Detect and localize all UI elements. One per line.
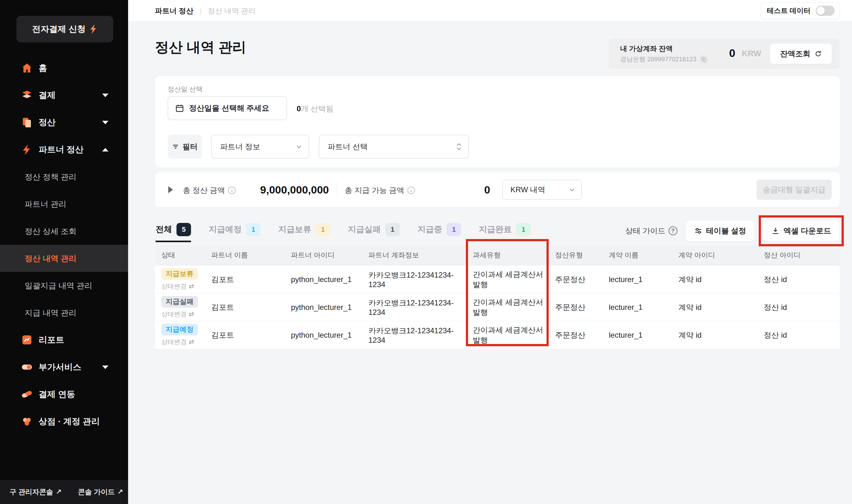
sidebar-subitem-detail-search[interactable]: 정산 상세 조회 [0,218,128,245]
contract-name-cell: lecturer_1 [602,303,672,312]
legacy-console-link[interactable]: 구 관리자콘솔 ↗ [10,487,62,497]
status-badge: 지급예정 [161,324,198,335]
summary-card: 총 정산 금액 i 9,000,000,000 총 지급 가능 금액 i 0 K… [155,172,840,207]
tab-scheduled[interactable]: 지급예정 1 [209,218,261,242]
tab-failed[interactable]: 지급실패 1 [348,218,400,242]
balance-check-button[interactable]: 잔액조회 [770,43,832,64]
toggle-knob [817,7,825,15]
table-row[interactable]: 지급실패 상태변경 ⇄ 김포트 python_lecturer_1 카카오뱅크1… [155,293,840,321]
info-icon[interactable]: i [407,186,415,194]
tab-in-progress[interactable]: 지급중 1 [418,218,461,242]
total-settlement-value: 9,000,000,000 [234,184,329,196]
tab-completed[interactable]: 지급완료 1 [479,218,531,242]
table-row[interactable]: 지급예정 상태변경 ⇄ 김포트 python_lecturer_1 카카오뱅크1… [155,321,840,349]
balance-label: 내 가상계좌 잔액 [620,44,673,53]
partner-info-select[interactable]: 파트너 정보 [211,135,309,159]
cards-icon [21,116,33,128]
contract-name-cell: lecturer_1 [602,331,672,340]
bank-account-number: 경남은행 28999770218123 [620,55,696,64]
column-header: 정산 아이디 [758,250,833,260]
chevron-updown-icon [456,143,462,151]
sidebar-footer: 구 관리자콘솔 ↗ 콘솔 가이드 ↗ [0,480,128,504]
layers-icon [21,89,33,101]
status-change-button[interactable]: 상태변경 ⇄ [161,338,194,346]
sidebar-item-settlement[interactable]: 정산 [0,109,128,136]
balance-currency: KRW [742,49,761,58]
status-change-button[interactable]: 상태변경 ⇄ [161,310,194,319]
sidebar-subitem-partner-mgmt[interactable]: 파트너 관리 [0,190,128,218]
sliders-icon [694,227,703,235]
partner-account-cell: 카카오뱅크12-12341234-1234 [362,298,466,317]
sidebar-item-payment-integration[interactable]: 결제 연동 [0,381,128,408]
breadcrumb-page: 정산 내역 관리 [208,6,255,16]
sidebar-item-label: 정산 [39,117,56,128]
swap-icon: ⇄ [189,338,194,346]
test-data-label: 테스트 데이터 [767,6,811,16]
table-row[interactable]: 지급보류 상태변경 ⇄ 김포트 python_lecturer_1 카카오뱅크1… [155,265,840,293]
tab-count-badge: 1 [516,223,531,236]
external-link-icon: ↗ [117,488,123,496]
settlement-type-cell: 주문정산 [549,274,602,285]
breadcrumb: 파트너 정산 | 정산 내역 관리 [155,0,255,21]
sidebar-subitem-policy[interactable]: 정산 정책 관리 [0,163,128,190]
bulk-transfer-button[interactable]: 송금대행 일괄지급 [757,180,832,200]
tabs-row: 전체 5 지급예정 1 지급보류 1 지급실패 1 지급중 1 지급완료 1 상… [155,218,840,244]
sidebar-item-store-account[interactable]: 상점 · 계정 관리 [0,408,128,435]
settlement-id-cell: 정산 id [758,330,833,340]
tab-count-badge: 1 [447,223,461,236]
partner-select[interactable]: 파트너 선택 [319,135,469,159]
expand-caret-icon[interactable] [168,186,173,193]
status-change-button[interactable]: 상태변경 ⇄ [161,282,194,291]
chevron-down-icon [102,365,108,369]
partner-id-cell: python_lecturer_1 [285,275,362,284]
sidebar-item-label: 상점 · 계정 관리 [39,416,100,427]
chevron-down-icon [296,143,302,150]
external-link-icon: ↗ [56,488,61,496]
filter-button[interactable]: 필터 [167,135,202,159]
partner-name-cell: 김포트 [205,274,285,285]
sidebar-item-addons[interactable]: 부가서비스 [0,354,128,381]
console-guide-link[interactable]: 콘솔 가이드 ↗ [78,487,123,497]
sidebar-nav: 홈 결제 정산 파트너 정산 정산 정책 관리 파트너 관리 정산 상세 조회 … [0,54,128,435]
tax-type-cell: 간이과세 세금계산서 발행 [466,325,549,345]
total-settlement-label: 총 정산 금액 i [183,185,236,195]
table-settings-button[interactable]: 테이블 설정 [686,220,755,241]
test-data-toggle[interactable] [816,6,835,16]
sidebar-item-partner-settlement[interactable]: 파트너 정산 [0,136,128,163]
breadcrumb-section[interactable]: 파트너 정산 [155,6,193,16]
partner-name-cell: 김포트 [205,302,285,312]
tab-count-badge: 5 [176,223,191,236]
sidebar-item-report[interactable]: 리포트 [0,326,128,354]
sidebar-subitem-payout-history[interactable]: 지급 내역 관리 [0,299,128,326]
sidebar-item-payments[interactable]: 결제 [0,82,128,109]
contract-name-cell: lecturer_1 [602,275,672,284]
filter-icon [172,143,179,150]
tab-count-badge: 1 [316,223,330,236]
virtual-account-balance-card: 내 가상계좌 잔액 경남은행 28999770218123 0 KRW 잔액조회 [609,39,840,69]
contract-id-cell: 계약 id [672,274,758,285]
tab-all[interactable]: 전체 5 [156,218,191,242]
partner-id-cell: python_lecturer_1 [285,331,362,340]
epay-apply-button[interactable]: 전자결제 신청 [16,16,113,42]
question-icon: ? [669,227,677,235]
epay-apply-label: 전자결제 신청 [32,23,86,35]
chevron-down-icon [102,121,108,124]
settlement-date-input[interactable]: 정산일을 선택해 주세요 [167,96,287,120]
sidebar-item-home[interactable]: 홈 [0,54,128,82]
copy-icon[interactable] [699,55,708,64]
column-header: 파트너 이름 [205,250,285,260]
tab-held[interactable]: 지급보류 1 [278,218,330,242]
sidebar-subitem-bulk-payout[interactable]: 일괄지급 내역 관리 [0,272,128,299]
status-guide-link[interactable]: 상태 가이드 ? [625,226,677,236]
currency-filter-select[interactable]: KRW 내역 [502,180,582,200]
swap-icon: ⇄ [189,310,194,318]
home-icon [21,62,33,74]
chevron-down-icon [102,94,108,97]
sidebar-item-label: 파트너 정산 [39,144,84,155]
settlement-id-cell: 정산 id [758,302,833,312]
excel-download-button[interactable]: 엑셀 다운로드 [763,220,840,241]
settlement-date-label: 정산일 선택 [167,85,203,94]
column-header: 파트너 계좌정보 [362,250,466,260]
sidebar-subitem-settlement-history[interactable]: 정산 내역 관리 [0,245,128,272]
pills-icon [21,388,33,400]
